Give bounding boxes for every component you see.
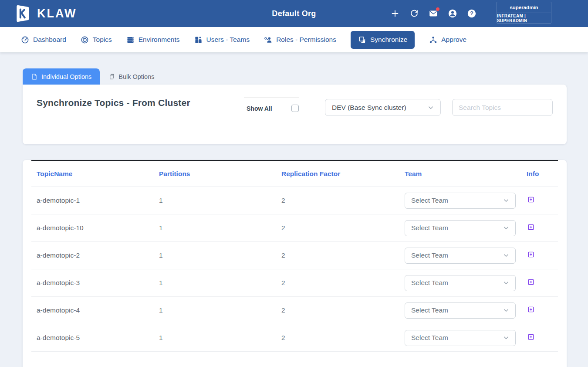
partitions-cell: 1 (154, 197, 276, 204)
username: superadmin (497, 2, 551, 13)
topics-table-card: TopicName Partitions Replication Factor … (23, 160, 567, 367)
replication-factor-cell: 2 (276, 306, 399, 314)
table-header-row: TopicName Partitions Replication Factor … (31, 161, 558, 187)
team-role: INFRATEAM | SUPERADMIN (497, 13, 551, 23)
replication-factor-cell: 2 (276, 251, 399, 259)
team-select-value: Select Team (411, 279, 448, 287)
nav-label: Roles - Permissions (276, 36, 336, 44)
partitions-cell: 1 (154, 279, 276, 287)
col-team[interactable]: Team (399, 170, 521, 178)
nav-label: Synchronize (370, 36, 407, 44)
chevron-down-icon (427, 104, 435, 112)
users-teams-icon (194, 36, 203, 44)
chevron-down-icon (502, 197, 510, 204)
brand-name: KLAW (37, 7, 77, 20)
topic-info-plus-icon[interactable] (527, 306, 534, 313)
files-icon (108, 73, 115, 80)
partitions-cell: 1 (154, 224, 276, 232)
main-content: Individual Options Bulk Options Synchron… (0, 52, 588, 367)
replication-factor-cell: 2 (276, 197, 399, 204)
mail-notification-badge (436, 7, 439, 11)
replication-factor-cell: 2 (276, 334, 399, 342)
table-body: a-demotopic-1 1 2 Select Team a-demotopi… (31, 187, 558, 352)
nav-item-dashboard[interactable]: Dashboard (21, 36, 66, 44)
topic-name-cell: a-demotopic-10 (31, 224, 154, 232)
team-select-value: Select Team (411, 197, 448, 204)
topic-name-cell: a-demotopic-3 (31, 279, 154, 287)
topic-name-cell: a-demotopic-4 (31, 306, 154, 314)
cluster-select[interactable]: DEV (Base Sync cluster) (325, 99, 441, 116)
tab-individual-options[interactable]: Individual Options (23, 68, 100, 85)
chevron-down-icon (502, 306, 510, 314)
replication-factor-cell: 2 (276, 279, 399, 287)
nav-label: Dashboard (33, 36, 66, 44)
approve-icon (429, 36, 437, 44)
team-select[interactable]: Select Team (405, 275, 516, 291)
team-select[interactable]: Select Team (405, 220, 516, 236)
mail-icon[interactable] (429, 9, 438, 18)
chevron-down-icon (502, 279, 510, 287)
col-info[interactable]: Info (521, 170, 558, 178)
topic-info-plus-icon[interactable] (527, 251, 534, 258)
col-partitions[interactable]: Partitions (154, 170, 276, 178)
nav-label: Topics (93, 36, 112, 44)
help-icon[interactable]: ? (467, 9, 476, 18)
team-select[interactable]: Select Team (405, 330, 516, 346)
table-row: a-demotopic-5 1 2 Select Team (31, 324, 558, 352)
table-row: a-demotopic-3 1 2 Select Team (31, 269, 558, 297)
show-all-label: Show All (247, 105, 272, 112)
chevron-down-icon (502, 334, 510, 342)
col-replication-factor[interactable]: Replication Factor (276, 170, 399, 178)
table-row: a-demotopic-10 1 2 Select Team (31, 214, 558, 242)
nav-item-approve[interactable]: Approve (429, 36, 466, 44)
brand[interactable]: KLAW (15, 4, 77, 23)
svg-text:?: ? (470, 10, 473, 17)
user-icon[interactable] (448, 9, 457, 18)
team-select[interactable]: Select Team (405, 193, 516, 209)
topic-info-plus-icon[interactable] (527, 224, 534, 231)
sync-filters-card: Synchronize Topics - From Cluster Show A… (23, 85, 567, 144)
tab-bulk-options[interactable]: Bulk Options (100, 68, 162, 85)
dashboard-icon (21, 36, 29, 44)
replication-factor-cell: 2 (276, 224, 399, 232)
klaw-logo-icon (15, 4, 31, 23)
topic-info-plus-icon[interactable] (527, 333, 534, 340)
tab-label: Bulk Options (118, 73, 154, 80)
topic-info-plus-icon[interactable] (527, 196, 534, 203)
chevron-down-icon (502, 224, 510, 232)
search-topics-input[interactable] (452, 99, 553, 116)
partitions-cell: 1 (154, 251, 276, 259)
topic-name-cell: a-demotopic-2 (31, 251, 154, 259)
topbar-actions: ? (390, 0, 476, 27)
main-nav: Dashboard Topics Environments Users - Te… (0, 27, 588, 52)
show-all-group: Show All (244, 97, 299, 112)
table-row: a-demotopic-2 1 2 Select Team (31, 242, 558, 269)
nav-item-users-teams[interactable]: Users - Teams (194, 36, 250, 44)
user-info-box[interactable]: superadmin INFRATEAM | SUPERADMIN (497, 2, 551, 24)
show-all-checkbox[interactable] (291, 105, 299, 112)
add-icon[interactable] (390, 9, 400, 18)
nav-item-topics[interactable]: Topics (81, 36, 112, 44)
nav-item-environments[interactable]: Environments (126, 36, 180, 44)
col-topicname[interactable]: TopicName (31, 170, 154, 178)
nav-label: Environments (139, 36, 180, 44)
refresh-icon[interactable] (409, 9, 419, 18)
team-select[interactable]: Select Team (405, 302, 516, 319)
partitions-cell: 1 (154, 306, 276, 314)
environments-icon (126, 36, 135, 44)
nav-item-roles-permissions[interactable]: Roles - Permissions (264, 36, 336, 44)
org-title: Default Org (272, 9, 316, 18)
page-title: Synchronize Topics - From Cluster (37, 98, 190, 108)
nav-item-synchronize[interactable]: Synchronize (351, 31, 415, 49)
topics-table: TopicName Partitions Replication Factor … (31, 160, 558, 352)
top-bar: KLAW Default Org ? (0, 0, 588, 27)
topic-info-plus-icon[interactable] (527, 279, 534, 285)
tab-label: Individual Options (41, 73, 91, 80)
synchronize-icon (358, 36, 366, 44)
partitions-cell: 1 (154, 334, 276, 342)
roles-permissions-icon (264, 36, 272, 44)
team-select-value: Select Team (411, 251, 448, 259)
team-select[interactable]: Select Team (405, 248, 516, 264)
table-row: a-demotopic-4 1 2 Select Team (31, 297, 558, 324)
team-select-value: Select Team (411, 334, 448, 342)
